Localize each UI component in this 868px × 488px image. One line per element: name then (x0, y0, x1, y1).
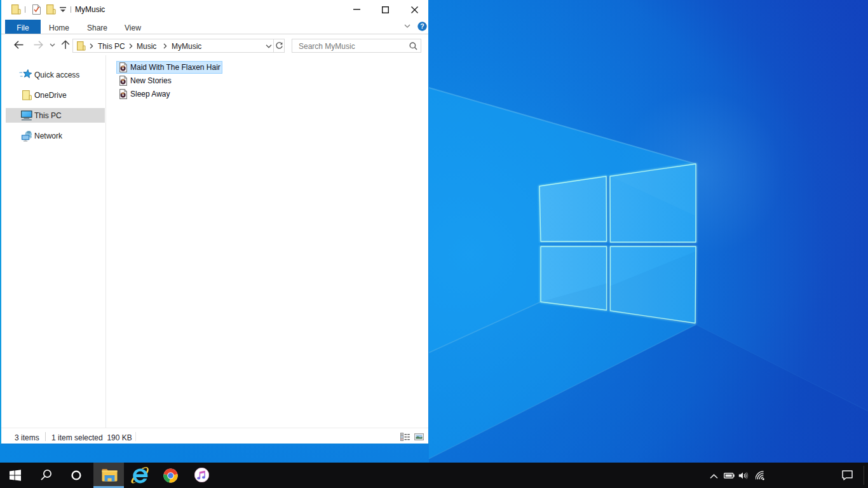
svg-text:?: ? (420, 22, 424, 30)
